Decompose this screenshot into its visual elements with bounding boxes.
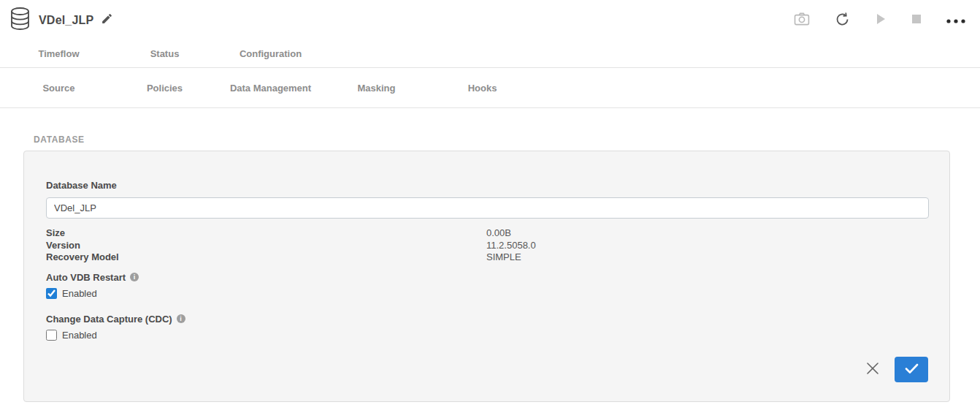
start-button[interactable] xyxy=(875,13,887,27)
cdc-label: Change Data Capture (CDC) xyxy=(46,314,172,325)
snapshot-button[interactable] xyxy=(794,12,810,28)
tab-configuration[interactable]: Configuration xyxy=(218,48,324,59)
ellipsis-icon xyxy=(946,15,965,26)
cancel-button[interactable] xyxy=(865,361,880,378)
auto-vdb-restart-checkbox[interactable] xyxy=(46,288,57,299)
property-label: Version xyxy=(46,240,486,252)
database-name-label: Database Name xyxy=(46,180,117,191)
close-icon xyxy=(865,367,880,378)
auto-vdb-restart-check-row: Enabled xyxy=(46,288,927,299)
tab-policies[interactable]: Policies xyxy=(112,83,218,94)
header: VDel_JLP xyxy=(0,0,980,40)
database-name-input[interactable] xyxy=(46,197,929,219)
tab-status[interactable]: Status xyxy=(112,48,218,59)
content-area: DATABASE Database Name Size 0.00B Versio… xyxy=(0,108,980,402)
property-label: Size xyxy=(46,227,486,240)
info-icon[interactable]: i xyxy=(130,273,139,281)
property-list: Size 0.00B Version 11.2.5058.0 Recovery … xyxy=(46,227,927,264)
tab-timeflow[interactable]: Timeflow xyxy=(6,48,112,59)
property-label: Recovery Model xyxy=(46,251,486,264)
checkbox-label: Enabled xyxy=(62,330,97,341)
cdc-checkbox[interactable] xyxy=(46,330,57,341)
primary-tab-bar: Timeflow Status Configuration xyxy=(0,40,980,68)
checkbox-label: Enabled xyxy=(62,288,97,299)
stop-icon xyxy=(911,14,922,26)
panel-actions xyxy=(865,357,928,382)
cdc-check-row: Enabled xyxy=(46,330,927,341)
header-actions xyxy=(794,12,965,29)
auto-vdb-restart-label: Auto VDB Restart xyxy=(46,272,126,283)
tab-data-management[interactable]: Data Management xyxy=(218,83,324,94)
property-row-version: Version 11.2.5058.0 xyxy=(46,240,927,252)
section-heading: DATABASE xyxy=(34,134,980,145)
database-panel: Database Name Size 0.00B Version 11.2.50… xyxy=(23,151,950,402)
property-value: 11.2.5058.0 xyxy=(486,240,536,252)
refresh-icon xyxy=(835,12,850,29)
property-row-recovery-model: Recovery Model SIMPLE xyxy=(46,251,927,264)
tab-source[interactable]: Source xyxy=(6,83,112,94)
tab-masking[interactable]: Masking xyxy=(324,83,429,94)
property-row-size: Size 0.00B xyxy=(46,227,927,240)
auto-vdb-restart-label-row: Auto VDB Restart i xyxy=(46,272,927,283)
info-icon[interactable]: i xyxy=(177,314,185,323)
database-icon xyxy=(10,7,30,33)
play-icon xyxy=(875,13,887,27)
page-title: VDel_JLP xyxy=(39,14,93,27)
confirm-button[interactable] xyxy=(895,357,928,382)
cdc-label-row: Change Data Capture (CDC) i xyxy=(46,314,927,325)
property-value: SIMPLE xyxy=(486,251,521,264)
check-icon xyxy=(905,363,919,376)
secondary-tab-bar: Source Policies Data Management Masking … xyxy=(0,68,980,108)
property-value: 0.00B xyxy=(486,227,511,240)
camera-icon xyxy=(794,12,810,28)
stop-button[interactable] xyxy=(911,14,922,26)
edit-title-icon[interactable] xyxy=(101,12,113,28)
more-actions-button[interactable] xyxy=(946,15,965,26)
tab-hooks[interactable]: Hooks xyxy=(429,83,535,94)
refresh-button[interactable] xyxy=(835,12,850,29)
